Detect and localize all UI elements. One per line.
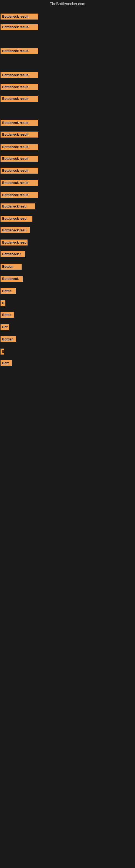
bottleneck-result-label: Bottleneck result <box>1 167 38 174</box>
bottleneck-result-label: Bottleneck result <box>1 84 38 90</box>
bottleneck-result-label: Bottleneck result <box>1 120 38 126</box>
bottleneck-result-label: Bottlen <box>1 336 16 342</box>
bottleneck-result-label: Bottleneck result <box>1 156 38 162</box>
bottleneck-result-label: Bottle <box>1 312 14 318</box>
bottleneck-result-item: Bottleneck resu <box>1 240 28 247</box>
bottleneck-result-item: Bottleneck result <box>1 24 38 31</box>
bottleneck-result-item: Bottleneck result <box>1 180 38 187</box>
bottleneck-result-label: Bot <box>1 324 9 330</box>
bottleneck-result-item: Bottleneck resu <box>1 227 30 235</box>
bottleneck-result-item: Bottleneck result <box>1 192 38 199</box>
site-title: TheBottlenecker.com <box>0 0 135 9</box>
bottleneck-result-item: Bot <box>1 324 9 331</box>
bottleneck-result-label: Bottleneck result <box>1 24 38 30</box>
bottleneck-result-item: Bottleneck result <box>1 13 38 21</box>
bottleneck-result-label: Bottleneck resu <box>1 227 30 233</box>
bottleneck-result-item: Bottleneck <box>1 276 23 283</box>
bottleneck-result-label: Bottle <box>1 288 16 294</box>
bottleneck-result-item: Bottleneck r <box>1 251 25 258</box>
bottleneck-result-item: Bottlen <box>1 336 16 343</box>
bottleneck-result-label: Bottleneck <box>1 276 23 282</box>
bottleneck-result-label: Bottleneck r <box>1 251 25 257</box>
bottleneck-result-item: Bottleneck result <box>1 96 38 103</box>
bottleneck-result-label: Bottleneck resu <box>1 240 28 246</box>
bottleneck-result-label: B <box>1 300 5 306</box>
bottleneck-result-item: B <box>1 300 5 307</box>
bottleneck-result-label: Bott <box>1 360 12 366</box>
bottleneck-result-label: Bottleneck resu <box>1 216 32 222</box>
bottleneck-result-label: Bottleneck result <box>1 131 38 137</box>
bottleneck-result-label: Bottleneck result <box>1 192 38 198</box>
bottleneck-result-item: Bott <box>1 360 12 367</box>
bottleneck-result-item: Bottleneck result <box>1 144 38 151</box>
bottleneck-result-label: Bottleneck result <box>1 48 38 54</box>
bottleneck-result-item: Bottlen <box>1 264 21 271</box>
bottleneck-result-item: Bottleneck resu <box>1 204 35 211</box>
bottleneck-result-item: Bottleneck result <box>1 120 38 127</box>
bottleneck-result-item: Bottleneck resu <box>1 216 32 223</box>
bottleneck-result-item: Bottleneck result <box>1 131 38 138</box>
bottleneck-result-label: Bottleneck result <box>1 96 38 102</box>
bottleneck-result-item: B <box>1 348 4 355</box>
bottleneck-result-label: B <box>1 348 4 354</box>
bottleneck-result-label: Bottlen <box>1 264 21 270</box>
bottleneck-result-label: Bottleneck result <box>1 180 38 186</box>
bottleneck-result-item: Bottleneck result <box>1 72 38 79</box>
bottleneck-result-item: Bottleneck result <box>1 48 38 55</box>
bottleneck-result-item: Bottleneck result <box>1 167 38 175</box>
bottleneck-result-item: Bottleneck result <box>1 84 38 91</box>
bottleneck-result-label: Bottleneck result <box>1 72 38 78</box>
bottleneck-result-item: Bottleneck result <box>1 156 38 163</box>
bottleneck-result-item: Bottle <box>1 312 14 319</box>
bottleneck-result-label: Bottleneck resu <box>1 204 35 209</box>
bottleneck-result-item: Bottle <box>1 288 16 295</box>
bottleneck-result-label: Bottleneck result <box>1 144 38 150</box>
bottleneck-result-label: Bottleneck result <box>1 13 38 20</box>
